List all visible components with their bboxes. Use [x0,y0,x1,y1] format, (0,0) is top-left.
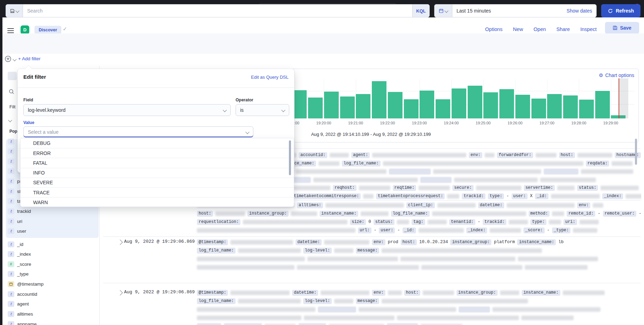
saved-filters-icon[interactable] [5,55,12,62]
sidebar-field-_type[interactable]: t_type [6,270,97,278]
sidebar-field-appname[interactable]: tappname [6,320,97,325]
field-label-pill[interactable]: host: [197,211,213,217]
field-label-pill[interactable]: instance_group: [247,211,289,217]
field-label-pill[interactable]: requestlocation: [197,219,240,225]
field-label-pill[interactable]: accountid: [299,152,327,158]
calendar-menu-button[interactable] [435,5,452,17]
field-label-pill[interactable]: _type: [552,227,570,233]
field-search-icon[interactable] [9,89,14,94]
expand-row-icon[interactable] [117,290,123,296]
value-option-trace[interactable]: TRACE [21,187,294,197]
sidebar-popular-field-uri[interactable]: turi [6,217,97,225]
field-label-pill[interactable]: instance_group: [457,290,498,296]
show-dates-link[interactable]: Show dates [562,8,596,14]
field-label-pill[interactable]: env: [372,290,385,296]
field-label-pill[interactable]: secure: [452,185,473,191]
sidebar-field-accountid[interactable]: taccountid [6,290,97,298]
sidebar-field-agent[interactable]: tagent [6,300,97,308]
field-label-pill[interactable]: env: [372,239,385,245]
field-label-pill[interactable]: log_file_name: [197,298,236,304]
chart-options-link[interactable]: ⚙ Chart options [599,72,634,78]
field-label-pill[interactable]: @timestamp: [197,239,228,245]
field-label-pill[interactable]: instance_name: [320,211,358,217]
sidebar-field-_index[interactable]: t_index [6,250,97,258]
field-label-pill[interactable]: _index: [466,227,487,233]
menu-icon[interactable] [7,28,14,33]
field-label-pill[interactable]: datetime: [478,202,504,208]
field-label-pill[interactable]: alltimes: [297,202,323,208]
field-label-pill[interactable]: timetakentoprocessrequest: [376,193,445,199]
field-label-pill[interactable]: reqtime: [393,185,416,191]
field-label-pill[interactable]: host: [401,239,417,245]
field-label-pill[interactable]: remote_id: [567,211,595,217]
field-label-pill[interactable]: type: [488,193,504,199]
value-option-info[interactable]: INFO [21,168,294,178]
field-label-pill[interactable]: forwardedfor: [497,152,533,158]
index-pattern-switcher-partial[interactable] [8,72,17,80]
save-button[interactable]: Save [605,22,639,34]
field-label-pill[interactable]: agent: [351,152,370,158]
value-option-severe[interactable]: SEVERE [21,178,294,187]
saved-query-menu-button[interactable] [6,5,23,17]
top-menu-link-new[interactable]: New [513,26,523,32]
field-label-pill[interactable]: env: [469,152,482,158]
sidebar-popular-field-trackid[interactable]: ttrackid [6,207,97,216]
operator-select[interactable]: is [236,104,289,116]
field-label-pill[interactable]: tenantid: [449,219,475,225]
field-label-pill[interactable]: message: [356,298,380,304]
field-label-pill[interactable]: env: [577,202,591,208]
value-option-error[interactable]: ERROR [21,148,294,158]
field-label-pill[interactable]: host: [404,290,420,296]
field-label-pill[interactable]: _score: [523,227,544,233]
field-label-pill[interactable]: client_ip: [406,202,435,208]
field-label-pill[interactable]: instance_group: [450,239,491,245]
field-label-pill[interactable]: log_file_name: [197,248,236,254]
sidebar-field-_score[interactable]: #_score [6,260,97,268]
field-label-pill[interactable]: remote_user: [603,211,636,217]
top-menu-link-share[interactable]: Share [557,26,570,32]
sidebar-field-@timestamp[interactable]: @timestamp [6,280,97,288]
edit-as-query-dsl-link[interactable]: Edit as Query DSL [251,75,289,80]
sidebar-popular-field-user[interactable]: tuser [6,227,97,235]
field-label-pill[interactable]: method: [529,211,550,217]
space-avatar[interactable]: D [21,25,29,34]
field-label-pill[interactable]: size: [350,219,366,225]
field-label-pill[interactable]: _id: [402,227,416,233]
field-label-pill[interactable]: reqhost: [333,185,356,191]
chevron-down-icon[interactable] [13,57,16,61]
field-label-pill[interactable]: type: [530,219,546,225]
value-option-warn[interactable]: WARN [21,197,294,207]
field-select[interactable]: log-level.keyword [23,104,231,116]
field-label-pill[interactable]: timetakentocommitresponse: [292,193,361,199]
field-label-pill[interactable]: status: [577,185,598,191]
value-option-fatal[interactable]: FATAL [21,158,294,168]
kql-search-input[interactable]: Search [23,8,412,14]
field-label-pill[interactable]: status: [374,219,394,225]
dropdown-scrollbar-thumb[interactable] [289,140,291,175]
sidebar-field-_id[interactable]: t_id [6,240,97,248]
field-label-pill[interactable]: reqdata: [586,161,610,167]
field-label-pill[interactable]: servertime: [524,185,555,191]
field-label-pill[interactable]: datetime: [292,290,318,296]
field-label-pill[interactable]: url: [358,227,371,233]
top-menu-link-inspect[interactable]: Inspect [580,26,597,32]
time-range-value[interactable]: Last 15 minutes [452,8,562,14]
field-label-pill[interactable]: message: [356,248,380,254]
value-option-debug[interactable]: DEBUG [21,138,294,148]
expand-row-icon[interactable] [117,240,123,245]
field-label-pill[interactable]: uri: [564,219,577,225]
value-combobox[interactable]: Select a value [23,126,253,138]
field-label-pill[interactable]: log-level: [303,248,332,254]
field-label-pill[interactable]: @timestamp: [197,290,228,296]
field-label-pill[interactable]: host: [559,152,575,158]
field-label-pill[interactable]: datetime: [296,239,322,245]
field-label-pill[interactable]: user: [379,227,395,233]
field-label-pill[interactable]: trackid: [462,193,485,199]
field-label-pill[interactable]: trackid: [483,219,506,225]
top-menu-link-open[interactable]: Open [534,26,546,32]
refresh-button[interactable]: Refresh [601,4,641,17]
field-label-pill[interactable]: _index: [602,193,623,199]
top-menu-link-options[interactable]: Options [485,26,503,32]
field-label-pill[interactable]: log-level: [303,298,332,304]
add-filter-link[interactable]: + Add filter [18,56,40,61]
